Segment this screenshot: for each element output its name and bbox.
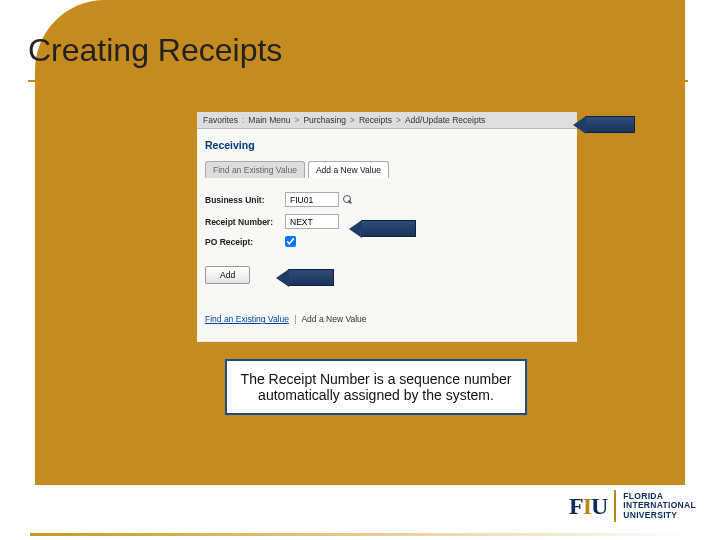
breadcrumb: Favorites : Main Menu > Purchasing > Rec… [197, 112, 577, 129]
tab-strip: Find an Existing Value Add a New Value [205, 161, 569, 178]
breadcrumb-separator: : [242, 115, 244, 125]
chevron-right-icon: > [294, 115, 299, 125]
fiu-logo: FIU FLORIDA INTERNATIONAL UNIVERSITY [569, 490, 696, 522]
add-button[interactable]: Add [205, 266, 250, 284]
link-find-existing[interactable]: Find an Existing Value [205, 314, 289, 324]
breadcrumb-item[interactable]: Main Menu [248, 115, 290, 125]
breadcrumb-item[interactable]: Add/Update Receipts [405, 115, 485, 125]
po-receipt-label: PO Receipt: [205, 237, 285, 247]
chevron-right-icon: > [396, 115, 401, 125]
page-heading: Receiving [205, 139, 569, 151]
callout-arrow-receipt-number [361, 220, 416, 237]
tab-find-existing[interactable]: Find an Existing Value [205, 161, 305, 178]
callout-arrow-add-button [288, 269, 334, 286]
receipt-number-input[interactable] [285, 214, 339, 229]
caption-box: The Receipt Number is a sequence number … [225, 359, 527, 415]
footer-rule [30, 533, 690, 536]
fiu-logo-mark: FIU [569, 493, 607, 520]
business-unit-label: Business Unit: [205, 195, 285, 205]
breadcrumb-item[interactable]: Receipts [359, 115, 392, 125]
slide-title: Creating Receipts [28, 32, 282, 69]
callout-arrow-breadcrumb [585, 116, 635, 133]
bottom-links: Find an Existing Value | Add a New Value [205, 314, 569, 324]
business-unit-input[interactable] [285, 192, 339, 207]
breadcrumb-item[interactable]: Favorites [203, 115, 238, 125]
receipt-number-label: Receipt Number: [205, 217, 285, 227]
link-divider: | [294, 314, 296, 324]
fiu-logo-text: FLORIDA INTERNATIONAL UNIVERSITY [623, 492, 696, 520]
chevron-right-icon: > [350, 115, 355, 125]
title-underline [28, 80, 688, 82]
po-receipt-checkbox[interactable] [285, 236, 296, 247]
breadcrumb-item[interactable]: Purchasing [303, 115, 346, 125]
lookup-icon[interactable] [342, 194, 353, 205]
fiu-logo-divider [614, 490, 616, 522]
link-add-new: Add a New Value [301, 314, 366, 324]
tab-add-new[interactable]: Add a New Value [308, 161, 389, 178]
